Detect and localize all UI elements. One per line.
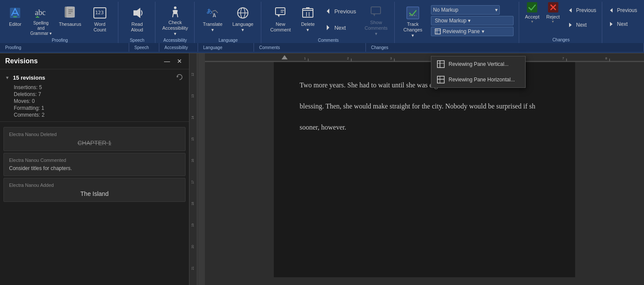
read-aloud-icon <box>129 5 145 21</box>
read-aloud-button[interactable]: Read Aloud <box>123 3 152 38</box>
svg-text:18: 18 <box>191 202 194 205</box>
no-markup-label: No Markup <box>433 7 458 13</box>
revision-card-3[interactable]: Electra Nanou Added The Island <box>3 178 186 202</box>
tracking-group: Track Changes ▾ No Markup ▾ Show Markup … <box>396 2 519 43</box>
show-comments-icon <box>368 5 384 19</box>
language-group-label: Language <box>219 38 238 43</box>
revision-author-3: Electra Nanou Added <box>9 183 180 188</box>
svg-rect-28 <box>371 7 381 14</box>
revisions-header-actions: — ✕ <box>162 57 184 65</box>
no-markup-dropdown[interactable]: No Markup ▾ <box>431 5 500 15</box>
markup-controls: No Markup ▾ Show Markup ▾ <box>429 3 515 36</box>
track-changes-button[interactable]: Track Changes ▾ <box>399 3 427 38</box>
reject-button[interactable]: Reject ▾ <box>544 3 562 22</box>
reviewing-pane-horizontal-item[interactable]: Reviewing Pane Horizontal... <box>431 72 525 87</box>
comments-next-label: Next <box>334 25 346 31</box>
svg-rect-38 <box>437 76 444 83</box>
far-previous-button[interactable]: Previous <box>605 3 641 17</box>
word-count-button[interactable]: 123 Word Count <box>85 3 115 38</box>
svg-rect-63 <box>205 53 644 62</box>
svg-text:1: 1 <box>304 56 306 60</box>
translate-button[interactable]: あ A Translate ▾ <box>199 3 227 38</box>
svg-marker-49 <box>177 76 179 77</box>
show-comments-button[interactable]: Show Comments ▾ <box>361 3 391 38</box>
svg-rect-1 <box>13 16 17 17</box>
reject-label: Reject <box>546 14 560 19</box>
accessibility-footer-label: Accessibility <box>159 43 198 52</box>
reviewing-pane-button[interactable]: Reviewing Pane ▾ <box>431 27 514 36</box>
horizontal-pane-icon <box>437 75 445 84</box>
revisions-stats: Insertions: 5 Deletions: 7 Moves: 0 Form… <box>5 84 184 118</box>
svg-rect-41 <box>527 2 537 12</box>
revision-card-1[interactable]: Electra Nanou Deleted CHAPTER 1 <box>3 127 186 151</box>
no-markup-arrow: ▾ <box>495 7 498 13</box>
spelling-grammar-button[interactable]: abc Spelling and Grammar ▾ <box>27 3 55 38</box>
changes-next-button[interactable]: Next <box>564 18 600 32</box>
proofing-group: Editor abc Spelling and Grammar ▾ <box>2 2 118 43</box>
reviewing-pane-label: Reviewing Pane <box>443 28 480 34</box>
speech-items: Read Aloud <box>123 2 152 38</box>
changes-previous-button[interactable]: Previous <box>564 3 600 17</box>
document-page: Two more years. She had to wait until sh… <box>274 62 575 277</box>
revision-content-2: Consider titles for chapters. <box>9 165 180 171</box>
svg-text:15: 15 <box>191 137 194 141</box>
revision-card-2[interactable]: Electra Nanou Commented Consider titles … <box>3 153 186 176</box>
delete-comment-button[interactable]: Delete ▾ <box>297 3 319 38</box>
svg-rect-32 <box>435 29 440 34</box>
thesaurus-icon <box>62 5 78 21</box>
svg-marker-10 <box>133 8 140 18</box>
show-markup-button[interactable]: Show Markup ▾ <box>431 16 514 25</box>
show-markup-label: Show Markup <box>435 18 466 24</box>
document-text-2: blessing. Then, she would make straight … <box>300 100 549 113</box>
svg-rect-30 <box>407 7 419 19</box>
accept-button[interactable]: Accept ▾ <box>522 3 542 22</box>
reject-arrow: ▾ <box>552 19 554 24</box>
svg-text:17: 17 <box>191 180 194 184</box>
revisions-minimize-button[interactable]: — <box>162 57 172 65</box>
svg-text:20: 20 <box>191 245 194 248</box>
far-next-button[interactable]: Next <box>605 17 641 31</box>
thesaurus-button[interactable]: Thesaurus <box>57 3 84 38</box>
reviewing-pane-horizontal-label: Reviewing Pane Horizontal... <box>449 77 515 83</box>
accessibility-group: Check Accessibility ▾ Accessibility <box>156 2 195 43</box>
svg-text:19: 19 <box>191 223 194 227</box>
revisions-refresh-button[interactable] <box>175 73 184 83</box>
track-changes-label: Track Changes ▾ <box>402 22 424 39</box>
comments-stat: Comments: 2 <box>14 112 184 118</box>
svg-point-11 <box>174 6 176 9</box>
language-button[interactable]: Language ▾ <box>228 3 257 38</box>
revisions-summary-header[interactable]: ▼ 15 revisions <box>5 73 184 83</box>
language-footer-text: Language <box>203 45 223 50</box>
changes-group-label: Changes <box>552 37 570 43</box>
proofing-group-label: Proofing <box>52 38 68 43</box>
reviewing-pane-icon <box>435 28 441 34</box>
far-right-group: Previous Next <box>603 2 642 43</box>
speech-group: Read Aloud Speech <box>119 2 155 43</box>
editor-button[interactable]: Editor <box>5 3 25 38</box>
comments-previous-button[interactable]: Previous <box>321 3 360 19</box>
revisions-count: 15 revisions <box>13 74 45 81</box>
accept-label: Accept <box>525 14 539 19</box>
svg-rect-50 <box>189 53 198 285</box>
far-previous-label: Previous <box>617 7 637 13</box>
formatting-stat: Formatting: 1 <box>14 105 184 111</box>
vertical-pane-icon <box>437 60 445 68</box>
check-accessibility-button[interactable]: Check Accessibility ▾ <box>160 3 191 38</box>
reject-btn-inner: Reject ▾ <box>546 1 560 24</box>
svg-rect-17 <box>276 8 285 15</box>
ribbon-footer: Proofing Speech Accessibility Language C… <box>0 43 644 52</box>
tracking-items: Track Changes ▾ No Markup ▾ Show Markup … <box>399 3 515 42</box>
reviewing-pane-section: Reviewing Pane ▾ <box>431 27 514 36</box>
changes-next-label: Next <box>576 22 587 28</box>
comments-next-button[interactable]: Next <box>321 20 360 35</box>
horizontal-ruler: 1 2 3 4 5 6 7 8 <box>205 53 644 62</box>
svg-marker-27 <box>327 25 329 30</box>
new-comment-button[interactable]: New Comment <box>266 3 295 38</box>
changes-previous-label: Previous <box>576 7 596 13</box>
revisions-close-button[interactable]: ✕ <box>175 57 184 65</box>
reviewing-pane-arrow: ▾ <box>482 28 484 34</box>
speech-footer-text: Speech <box>134 45 149 50</box>
svg-text:3: 3 <box>390 56 392 60</box>
svg-text:2: 2 <box>347 56 349 60</box>
reviewing-pane-vertical-item[interactable]: Reviewing Pane Vertical... <box>431 56 525 72</box>
